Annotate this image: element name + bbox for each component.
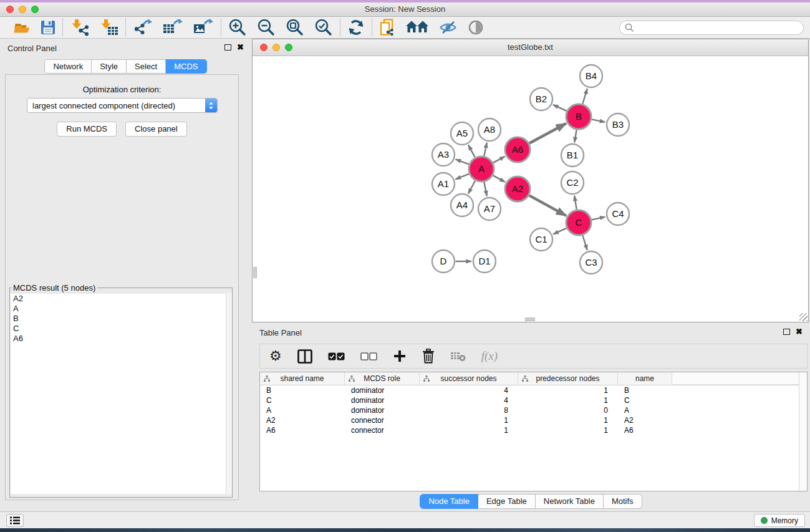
graph-edge-B-B3[interactable] bbox=[592, 119, 605, 122]
zoom-network-button[interactable] bbox=[285, 44, 292, 51]
network-window-titlebar[interactable]: testGlobe.txt bbox=[253, 39, 808, 56]
graph-edge-C-C4[interactable] bbox=[592, 217, 605, 220]
close-network-button[interactable] bbox=[260, 44, 268, 51]
result-item[interactable]: A bbox=[11, 304, 231, 314]
table-cell[interactable]: C bbox=[260, 396, 345, 405]
column-header-shared-name[interactable]: shared name bbox=[260, 372, 345, 385]
table-scrollbar[interactable] bbox=[799, 372, 807, 491]
network-canvas[interactable]: B4B2BB3A5A8A6A3B1AA1C2A2A4A7C4CC1DD1C3 bbox=[253, 56, 808, 322]
result-item[interactable]: B bbox=[11, 314, 231, 324]
open-file-icon[interactable] bbox=[13, 20, 31, 35]
table-cell[interactable]: 4 bbox=[420, 386, 518, 395]
tab-network[interactable]: Network bbox=[44, 59, 92, 74]
show-panels-button[interactable] bbox=[6, 514, 24, 527]
zoom-selected-icon[interactable] bbox=[314, 18, 333, 37]
table-cell[interactable]: 1 bbox=[518, 416, 618, 425]
graph-edge-A-A8[interactable] bbox=[484, 143, 487, 156]
settings-gear-icon[interactable]: ⚙ bbox=[269, 349, 282, 363]
close-table-panel-icon[interactable]: ✖ bbox=[796, 327, 803, 336]
graph-edge-A-A3[interactable] bbox=[456, 159, 469, 164]
table-cell[interactable]: A2 bbox=[260, 416, 345, 425]
criterion-dropdown[interactable]: largest connected component (directed) bbox=[27, 98, 218, 113]
close-panel-icon[interactable]: ✖ bbox=[237, 43, 244, 51]
table-cell[interactable]: A bbox=[260, 406, 345, 415]
column-header-predecessor-nodes[interactable]: predecessor nodes bbox=[518, 372, 618, 385]
table-row[interactable]: A2connector11A2 bbox=[260, 415, 807, 425]
graph-edge-B-B1[interactable] bbox=[574, 130, 576, 142]
apply-function-icon[interactable]: f(x) bbox=[481, 349, 498, 363]
canvas-vertical-scrollbar[interactable] bbox=[253, 267, 257, 278]
export-image-icon[interactable] bbox=[193, 19, 214, 36]
table-cell[interactable]: B bbox=[260, 386, 345, 395]
table-cell[interactable]: dominator bbox=[345, 406, 420, 415]
tab-motifs[interactable]: Motifs bbox=[604, 494, 642, 509]
graph-edge-A2-C[interactable] bbox=[529, 195, 566, 216]
minimize-network-button[interactable] bbox=[272, 44, 280, 51]
show-all-icon[interactable] bbox=[468, 19, 484, 36]
resize-grip[interactable] bbox=[799, 313, 808, 321]
table-cell[interactable]: C bbox=[618, 396, 672, 405]
graph-edge-A-A7[interactable] bbox=[484, 182, 487, 196]
table-cell[interactable]: connector bbox=[345, 416, 420, 425]
apply-layout-icon[interactable] bbox=[347, 19, 365, 36]
select-all-checks-icon[interactable] bbox=[328, 352, 345, 360]
table-cell[interactable]: 8 bbox=[420, 406, 518, 415]
table-cell[interactable]: 1 bbox=[518, 426, 618, 435]
add-column-icon[interactable] bbox=[393, 349, 407, 363]
unselect-all-checks-icon[interactable] bbox=[360, 352, 377, 360]
table-cell[interactable]: dominator bbox=[345, 386, 420, 395]
graph-edge-A-A4[interactable] bbox=[468, 181, 475, 194]
table-row[interactable]: Bdominator41B bbox=[260, 385, 807, 395]
tab-style[interactable]: Style bbox=[92, 59, 127, 74]
memory-button[interactable]: Memory bbox=[754, 514, 805, 527]
table-cell[interactable]: 1 bbox=[518, 386, 618, 395]
tab-node-table[interactable]: Node Table bbox=[420, 494, 478, 509]
graph-edge-C-C2[interactable] bbox=[574, 196, 577, 210]
graph-edge-C-C1[interactable] bbox=[553, 228, 566, 235]
minimize-window-button[interactable] bbox=[19, 6, 26, 13]
graph-edge-A6-B[interactable] bbox=[529, 123, 566, 143]
result-item[interactable]: C bbox=[11, 324, 231, 334]
graph-edge-C-C3[interactable] bbox=[582, 236, 587, 251]
column-header-successor-nodes[interactable]: successor nodes bbox=[420, 372, 518, 385]
table-row[interactable]: Adominator80A bbox=[260, 405, 807, 415]
zoom-fit-icon[interactable] bbox=[286, 18, 304, 37]
mcds-result-list[interactable]: A2ABCA6 bbox=[11, 294, 231, 494]
search-input[interactable] bbox=[637, 22, 798, 33]
result-item[interactable]: A2 bbox=[11, 294, 231, 304]
canvas-horizontal-scrollbar[interactable] bbox=[525, 317, 535, 321]
graph-edge-A-A2[interactable] bbox=[493, 175, 505, 182]
zoom-in-icon[interactable] bbox=[228, 18, 247, 37]
select-first-neighbors-icon[interactable] bbox=[406, 19, 428, 36]
table-cell[interactable]: 1 bbox=[420, 416, 518, 425]
save-session-icon[interactable] bbox=[41, 20, 55, 35]
graph-edge-B-B2[interactable] bbox=[553, 105, 567, 111]
show-column-icon[interactable] bbox=[297, 349, 312, 364]
table-cell[interactable]: dominator bbox=[345, 396, 420, 405]
graph-edge-A-A6[interactable] bbox=[493, 157, 505, 163]
float-panel-icon[interactable] bbox=[224, 44, 231, 51]
column-header-MCDS-role[interactable]: MCDS role bbox=[345, 372, 420, 385]
table-cell[interactable]: A bbox=[618, 406, 672, 415]
tab-network-table[interactable]: Network Table bbox=[536, 494, 604, 509]
zoom-out-icon[interactable] bbox=[257, 18, 276, 37]
table-row[interactable]: A6connector11A6 bbox=[260, 425, 807, 435]
new-network-from-selection-icon[interactable] bbox=[379, 19, 396, 37]
tab-edge-table[interactable]: Edge Table bbox=[478, 494, 536, 509]
table-cell[interactable]: 1 bbox=[420, 426, 518, 435]
result-item[interactable]: A6 bbox=[11, 334, 231, 344]
table-cell[interactable]: A2 bbox=[618, 416, 672, 425]
tab-mcds[interactable]: MCDS bbox=[166, 59, 206, 74]
delete-column-icon[interactable] bbox=[422, 349, 435, 364]
graph-edge-B-B4[interactable] bbox=[582, 89, 587, 104]
table-row[interactable]: Cdominator41C bbox=[260, 395, 807, 405]
result-scrollbar[interactable] bbox=[226, 293, 232, 495]
table-cell[interactable]: 4 bbox=[420, 396, 518, 405]
import-table-icon[interactable] bbox=[99, 19, 118, 36]
table-cell[interactable]: A6 bbox=[260, 426, 345, 435]
close-panel-button[interactable]: Close panel bbox=[125, 122, 187, 137]
table-cell[interactable]: A6 bbox=[618, 426, 672, 435]
zoom-window-button[interactable] bbox=[31, 6, 39, 13]
column-header-name[interactable]: name bbox=[618, 372, 672, 385]
float-table-panel-icon[interactable] bbox=[783, 329, 790, 335]
